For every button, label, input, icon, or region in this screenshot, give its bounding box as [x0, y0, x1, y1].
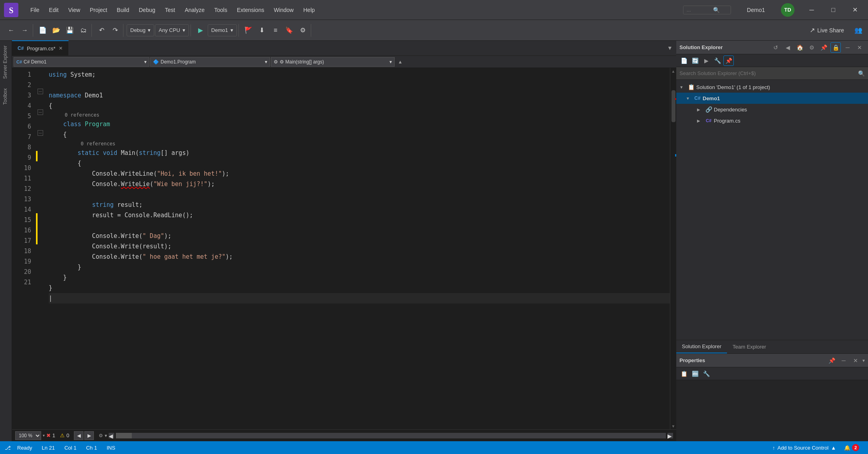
- se-tb-btn4[interactable]: 🔧: [712, 56, 723, 66]
- save-all-button[interactable]: 🗂: [77, 24, 90, 37]
- props-tb-btn1[interactable]: 📋: [679, 369, 689, 379]
- program-cs-item[interactable]: ▶ C# Program.cs: [676, 115, 868, 126]
- h-scroll-thumb[interactable]: [116, 433, 132, 438]
- tab-scroll-button[interactable]: ▼: [663, 40, 676, 56]
- status-ln[interactable]: Ln 21: [39, 445, 58, 451]
- menu-help[interactable]: Help: [299, 5, 319, 15]
- menu-view[interactable]: View: [64, 5, 84, 15]
- global-search-input[interactable]: [687, 7, 711, 13]
- solution-explorer-tab[interactable]: Solution Explorer: [676, 340, 727, 353]
- menu-tools[interactable]: Tools: [210, 5, 231, 15]
- status-ins[interactable]: INS: [103, 445, 119, 451]
- solution-root-item[interactable]: ▼ 📋 Solution 'Demo1' (1 of 1 project): [676, 81, 868, 93]
- se-tb-btn2[interactable]: 🔄: [690, 56, 700, 66]
- minimize-button[interactable]: ─: [802, 4, 821, 16]
- menu-edit[interactable]: Edit: [45, 5, 63, 15]
- se-search-input[interactable]: [679, 70, 856, 76]
- menu-file[interactable]: File: [26, 5, 44, 15]
- live-share-button[interactable]: ↗ Live Share: [806, 25, 848, 36]
- se-tb-pin-active[interactable]: 📌: [723, 56, 734, 66]
- zoom-select[interactable]: 100 %: [15, 431, 41, 440]
- close-button[interactable]: ✕: [846, 4, 864, 16]
- notifications-button[interactable]: 🔔 2: [840, 444, 863, 451]
- props-minimize-btn[interactable]: ─: [838, 355, 849, 366]
- menu-analyze[interactable]: Analyze: [181, 5, 209, 15]
- menu-window[interactable]: Window: [270, 5, 298, 15]
- save-button[interactable]: 💾: [64, 24, 76, 37]
- menu-test[interactable]: Test: [161, 5, 179, 15]
- h-scroll-track[interactable]: [116, 433, 666, 438]
- props-pin-btn[interactable]: 📌: [826, 355, 837, 366]
- project-item[interactable]: ▼ C# Demo1: [676, 93, 868, 104]
- undo-button[interactable]: ↶: [95, 24, 108, 37]
- se-pin-btn[interactable]: 📌: [818, 42, 829, 53]
- new-project-button[interactable]: 📄: [36, 24, 49, 37]
- extra-button[interactable]: ⚙: [296, 24, 309, 37]
- collapse-btn-7[interactable]: ─: [38, 130, 43, 136]
- toolbox-tab[interactable]: Toolbox: [0, 83, 12, 109]
- platform-dropdown[interactable]: Any CPU ▾: [155, 24, 189, 36]
- props-tb-wrench[interactable]: 🔧: [701, 369, 711, 379]
- props-expand-icon[interactable]: ▾: [862, 358, 865, 363]
- format-button[interactable]: ≡: [269, 24, 282, 37]
- dependencies-item[interactable]: ▶ 🔗 Dependencies: [676, 104, 868, 115]
- props-tb-btn2[interactable]: 🔤: [690, 369, 700, 379]
- back-button[interactable]: ←: [5, 24, 18, 37]
- status-ch[interactable]: Ch 1: [83, 445, 100, 451]
- collapse-btn-3[interactable]: ─: [38, 89, 43, 94]
- global-search[interactable]: 🔍: [683, 6, 731, 14]
- h-scroll-right[interactable]: ▶: [667, 433, 673, 438]
- prev-error-button[interactable]: ◀: [74, 431, 83, 440]
- project-nav-dropdown[interactable]: C# C# Demo1 ▾: [14, 57, 149, 67]
- menu-build[interactable]: Build: [113, 5, 133, 15]
- se-tb-btn1[interactable]: 📄: [679, 56, 689, 66]
- collab-button[interactable]: 👥: [852, 24, 865, 37]
- se-back-btn[interactable]: ◀: [783, 42, 793, 53]
- forward-button[interactable]: →: [18, 24, 31, 37]
- program-cs-tab[interactable]: C# Program.cs* ✕: [12, 40, 69, 56]
- debug-config-dropdown[interactable]: Debug ▾: [127, 24, 154, 36]
- menu-extensions[interactable]: Extensions: [233, 5, 268, 15]
- restore-button[interactable]: □: [824, 4, 842, 16]
- editor-scrollbar[interactable]: ▲ ▼: [670, 68, 676, 429]
- collapse-btn-5[interactable]: ─: [38, 109, 43, 115]
- class-nav-dropdown[interactable]: 🔷 Demo1.Program ▾: [150, 57, 270, 67]
- filter-dropdown[interactable]: ▾: [105, 433, 107, 438]
- toolbar-undo-group: ↶ ↷: [93, 24, 123, 37]
- props-close-btn[interactable]: ✕: [850, 355, 861, 366]
- scroll-track[interactable]: [670, 74, 677, 423]
- se-minimize-btn[interactable]: ─: [842, 42, 853, 53]
- breakpoints-button[interactable]: 🚩: [242, 24, 255, 37]
- team-explorer-tab[interactable]: Team Explorer: [727, 340, 772, 353]
- server-explorer-tab[interactable]: Server Explorer: [0, 41, 12, 83]
- se-dock-btn[interactable]: 🔒: [830, 42, 841, 53]
- line-numbers: 1 2 3 4 5 6 7 8 9 10 11 12 13 14 15 16 1…: [12, 68, 36, 429]
- se-close-btn[interactable]: ✕: [854, 42, 865, 53]
- user-avatar[interactable]: TD: [781, 3, 795, 17]
- menu-debug[interactable]: Debug: [135, 5, 159, 15]
- source-control-button[interactable]: ↑ Add to Source Control ▲: [769, 441, 840, 454]
- se-home-btn[interactable]: 🏠: [795, 42, 805, 53]
- nav-up-button[interactable]: ▲: [395, 57, 405, 67]
- se-refresh-btn[interactable]: ↺: [771, 42, 781, 53]
- scroll-bottom-button[interactable]: ▼: [670, 423, 677, 429]
- se-settings-btn[interactable]: ⚙: [806, 42, 817, 53]
- se-tb-btn3[interactable]: ▶: [701, 56, 711, 66]
- bookmark-button[interactable]: 🔖: [283, 24, 296, 37]
- code-editor[interactable]: using System; namespace Demo1 { 0 refere…: [46, 68, 670, 429]
- tab-close-button[interactable]: ✕: [59, 46, 63, 51]
- redo-button[interactable]: ↷: [109, 24, 121, 37]
- next-error-button[interactable]: ▶: [84, 431, 94, 440]
- run-target-dropdown[interactable]: Demo1 ▾: [208, 24, 237, 36]
- menu-project[interactable]: Project: [86, 5, 111, 15]
- step-button[interactable]: ⬇: [256, 24, 268, 37]
- status-col[interactable]: Col 1: [61, 445, 79, 451]
- open-button[interactable]: 📂: [50, 24, 63, 37]
- run-button[interactable]: ▶: [194, 24, 207, 37]
- status-ready[interactable]: Ready: [14, 445, 36, 451]
- code-area[interactable]: 1 2 3 4 5 6 7 8 9 10 11 12 13 14 15 16 1…: [12, 68, 676, 429]
- scroll-top-button[interactable]: ▲: [670, 68, 677, 74]
- h-scroll-left[interactable]: ◀: [109, 433, 114, 438]
- scroll-thumb[interactable]: [671, 90, 675, 122]
- method-nav-dropdown[interactable]: ⚙ ⚙ Main(string[] args) ▾: [271, 57, 395, 67]
